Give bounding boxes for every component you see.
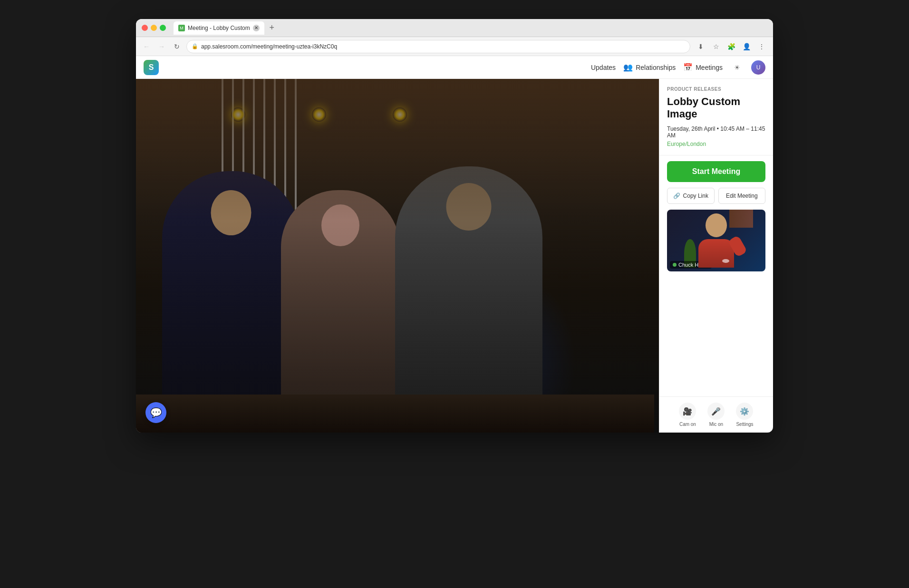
meeting-title: Lobby Custom Image	[667, 96, 765, 121]
browser-titlebar: M Meeting - Lobby Custom ✕ +	[136, 19, 773, 37]
app-logo: S	[144, 60, 159, 75]
meeting-timezone: Europe/London	[667, 141, 765, 147]
forward-button[interactable]: →	[156, 41, 167, 52]
nike-logo	[722, 259, 729, 263]
extensions-icon[interactable]: 🧩	[725, 40, 738, 53]
settings-control[interactable]: ⚙️ Settings	[736, 403, 753, 427]
edit-meeting-button[interactable]: Edit Meeting	[718, 188, 766, 204]
meetings-icon: 📅	[683, 63, 693, 72]
panel-actions: 🔗 Copy Link Edit Meeting	[667, 188, 765, 204]
fullscreen-traffic-light[interactable]	[160, 25, 166, 31]
logo-letter: S	[149, 63, 154, 72]
lock-icon: 🔒	[192, 43, 198, 49]
mic-control-icon: 🎤	[707, 403, 725, 420]
settings-control-icon: ⚙️	[736, 403, 753, 420]
tab-favicon: M	[178, 25, 185, 31]
waving-arm	[728, 235, 748, 257]
relationships-icon: 👥	[623, 63, 633, 72]
meeting-datetime: Tuesday, 26th April • 10:45 AM – 11:45 A…	[667, 125, 765, 139]
theme-toggle[interactable]: ☀	[730, 61, 744, 74]
video-person-head	[706, 213, 727, 237]
cam-control-icon: 🎥	[679, 403, 696, 420]
mic-control-label: Mic on	[709, 422, 723, 427]
video-person-container	[698, 213, 734, 268]
copy-link-icon: 🔗	[673, 193, 680, 199]
panel-controls: 🎥 Cam on 🎤 Mic on ⚙️ Settings	[659, 396, 773, 433]
relationships-label: Relationships	[636, 64, 676, 71]
menu-icon[interactable]: ⋮	[755, 40, 768, 53]
video-person-body	[698, 239, 734, 268]
close-traffic-light[interactable]	[142, 25, 148, 31]
meetings-label: Meetings	[696, 64, 723, 71]
user-avatar[interactable]: U	[751, 60, 765, 75]
panel-header: PRODUCT RELEASES Lobby Custom Image Tues…	[659, 79, 773, 155]
tab-add-button[interactable]: +	[266, 22, 278, 34]
nav-updates[interactable]: Updates	[591, 64, 616, 71]
cam-control[interactable]: 🎥 Cam on	[679, 403, 696, 427]
settings-control-label: Settings	[736, 422, 753, 427]
video-preview: Chuck Hardy	[667, 210, 765, 271]
tab-close-button[interactable]: ✕	[253, 25, 260, 31]
app-header: S Updates 👥 Relationships 📅 Meetings ☀ U	[136, 56, 773, 79]
start-meeting-button[interactable]: Start Meeting	[667, 161, 765, 182]
product-releases-label: PRODUCT RELEASES	[667, 87, 765, 92]
browser-window: M Meeting - Lobby Custom ✕ + ← → ↻ 🔒 app…	[136, 19, 773, 433]
browser-toolbar: ← → ↻ 🔒 app.salesroom.com/meeting/meetin…	[136, 37, 773, 56]
tab-bar: M Meeting - Lobby Custom ✕ +	[174, 21, 767, 35]
url-text: app.salesroom.com/meeting/meeting-uztea-…	[201, 43, 337, 50]
traffic-lights	[142, 25, 166, 31]
updates-label: Updates	[591, 64, 616, 71]
nav-relationships[interactable]: 👥 Relationships	[623, 63, 676, 72]
mic-indicator	[673, 263, 677, 267]
browser-tab[interactable]: M Meeting - Lobby Custom ✕	[174, 21, 264, 35]
side-panel: PRODUCT RELEASES Lobby Custom Image Tues…	[659, 79, 773, 433]
download-icon[interactable]: ⬇	[694, 40, 707, 53]
profile-icon[interactable]: 👤	[740, 40, 753, 53]
start-meeting-label: Start Meeting	[692, 167, 740, 176]
reload-button[interactable]: ↻	[171, 41, 183, 52]
bookshelf-bg	[729, 210, 753, 228]
header-nav: Updates 👥 Relationships 📅 Meetings ☀ U	[591, 60, 765, 75]
chat-bubble[interactable]: 💬	[145, 402, 166, 423]
cam-control-label: Cam on	[679, 422, 696, 427]
nav-meetings[interactable]: 📅 Meetings	[683, 63, 723, 72]
back-button[interactable]: ←	[141, 41, 152, 52]
chat-icon: 💬	[150, 407, 162, 418]
tab-title: Meeting - Lobby Custom	[188, 25, 250, 31]
minimize-traffic-light[interactable]	[151, 25, 157, 31]
main-content: PRODUCT RELEASES Lobby Custom Image Tues…	[136, 79, 773, 433]
copy-link-label: Copy Link	[683, 193, 708, 199]
edit-meeting-label: Edit Meeting	[726, 193, 758, 199]
mic-control[interactable]: 🎤 Mic on	[707, 403, 725, 427]
address-bar[interactable]: 🔒 app.salesroom.com/meeting/meeting-uzte…	[186, 40, 690, 53]
toolbar-actions: ⬇ ☆ 🧩 👤 ⋮	[694, 40, 768, 53]
bookmark-icon[interactable]: ☆	[709, 40, 723, 53]
copy-link-button[interactable]: 🔗 Copy Link	[667, 188, 715, 204]
